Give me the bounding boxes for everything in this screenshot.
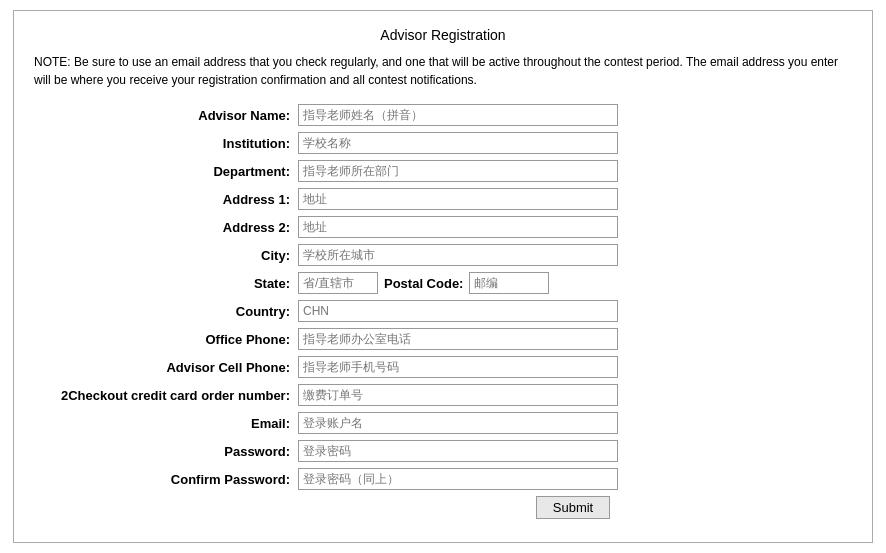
checkout-cell: [294, 381, 852, 409]
department-input[interactable]: [298, 160, 618, 182]
registration-container: Advisor Registration NOTE: Be sure to us…: [13, 10, 873, 543]
advisor-name-cell: [294, 101, 852, 129]
confirm-password-cell: [294, 465, 852, 493]
address1-input[interactable]: [298, 188, 618, 210]
checkout-label: 2Checkout credit card order number:: [34, 381, 294, 409]
confirm-password-input[interactable]: [298, 468, 618, 490]
department-row: Department:: [34, 157, 852, 185]
advisor-name-label: Advisor Name:: [34, 101, 294, 129]
office-phone-input[interactable]: [298, 328, 618, 350]
office-phone-row: Office Phone:: [34, 325, 852, 353]
country-row: Country:: [34, 297, 852, 325]
state-postal-wrapper: Postal Code:: [298, 272, 848, 294]
country-label: Country:: [34, 297, 294, 325]
password-label: Password:: [34, 437, 294, 465]
checkout-row: 2Checkout credit card order number:: [34, 381, 852, 409]
address1-label: Address 1:: [34, 185, 294, 213]
city-row: City:: [34, 241, 852, 269]
address2-cell: [294, 213, 852, 241]
address2-row: Address 2:: [34, 213, 852, 241]
address2-label: Address 2:: [34, 213, 294, 241]
password-input[interactable]: [298, 440, 618, 462]
institution-cell: [294, 129, 852, 157]
advisor-name-input[interactable]: [298, 104, 618, 126]
country-cell: [294, 297, 852, 325]
postal-code-label: Postal Code:: [384, 276, 463, 291]
note-text: NOTE: Be sure to use an email address th…: [34, 53, 852, 89]
office-phone-label: Office Phone:: [34, 325, 294, 353]
email-input[interactable]: [298, 412, 618, 434]
institution-row: Institution:: [34, 129, 852, 157]
submit-row: Submit: [34, 493, 852, 522]
office-phone-cell: [294, 325, 852, 353]
submit-button[interactable]: Submit: [536, 496, 610, 519]
country-input[interactable]: [298, 300, 618, 322]
cell-phone-cell: [294, 353, 852, 381]
email-cell: [294, 409, 852, 437]
cell-phone-label: Advisor Cell Phone:: [34, 353, 294, 381]
cell-phone-row: Advisor Cell Phone:: [34, 353, 852, 381]
page-title: Advisor Registration: [34, 27, 852, 43]
password-row: Password:: [34, 437, 852, 465]
state-label: State:: [34, 269, 294, 297]
password-cell: [294, 437, 852, 465]
state-postal-cell: Postal Code:: [294, 269, 852, 297]
department-label: Department:: [34, 157, 294, 185]
submit-cell: Submit: [294, 493, 852, 522]
postal-input[interactable]: [469, 272, 549, 294]
institution-input[interactable]: [298, 132, 618, 154]
email-label: Email:: [34, 409, 294, 437]
address1-cell: [294, 185, 852, 213]
address2-input[interactable]: [298, 216, 618, 238]
address1-row: Address 1:: [34, 185, 852, 213]
state-input[interactable]: [298, 272, 378, 294]
email-row: Email:: [34, 409, 852, 437]
city-label: City:: [34, 241, 294, 269]
checkout-input[interactable]: [298, 384, 618, 406]
submit-spacer: [34, 493, 294, 522]
city-cell: [294, 241, 852, 269]
city-input[interactable]: [298, 244, 618, 266]
department-cell: [294, 157, 852, 185]
confirm-password-row: Confirm Password:: [34, 465, 852, 493]
cell-phone-input[interactable]: [298, 356, 618, 378]
institution-label: Institution:: [34, 129, 294, 157]
registration-form: Advisor Name: Institution: Department:: [34, 101, 852, 522]
state-postal-row: State: Postal Code:: [34, 269, 852, 297]
confirm-password-label: Confirm Password:: [34, 465, 294, 493]
advisor-name-row: Advisor Name:: [34, 101, 852, 129]
